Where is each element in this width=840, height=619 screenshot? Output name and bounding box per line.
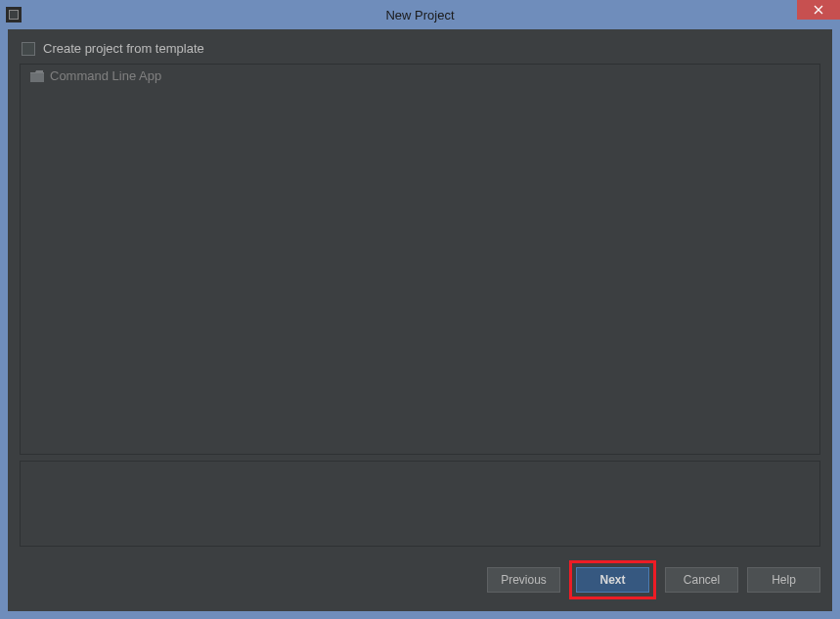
close-icon bbox=[814, 5, 823, 15]
list-item[interactable]: Command Line App bbox=[21, 65, 819, 87]
next-button-highlight: Next bbox=[569, 560, 656, 599]
create-from-template-label: Create project from template bbox=[43, 41, 204, 56]
cancel-button[interactable]: Cancel bbox=[665, 567, 738, 593]
help-button[interactable]: Help bbox=[747, 567, 820, 593]
app-icon bbox=[6, 7, 22, 22]
close-button[interactable] bbox=[797, 0, 840, 20]
template-list-panel: Command Line App bbox=[20, 64, 820, 455]
dialog-body: Create project from template Command Lin… bbox=[8, 29, 832, 611]
previous-button[interactable]: Previous bbox=[487, 567, 560, 593]
window-title: New Project bbox=[385, 8, 454, 22]
folder-icon bbox=[30, 70, 44, 82]
svg-rect-2 bbox=[30, 73, 44, 82]
titlebar: New Project bbox=[0, 0, 840, 29]
button-row: Previous Next Cancel Help bbox=[20, 560, 820, 599]
template-checkbox-row: Create project from template bbox=[20, 39, 820, 64]
create-from-template-checkbox[interactable] bbox=[22, 42, 35, 56]
description-panel bbox=[20, 461, 820, 547]
template-item-label: Command Line App bbox=[50, 68, 161, 83]
next-button[interactable]: Next bbox=[576, 567, 649, 593]
